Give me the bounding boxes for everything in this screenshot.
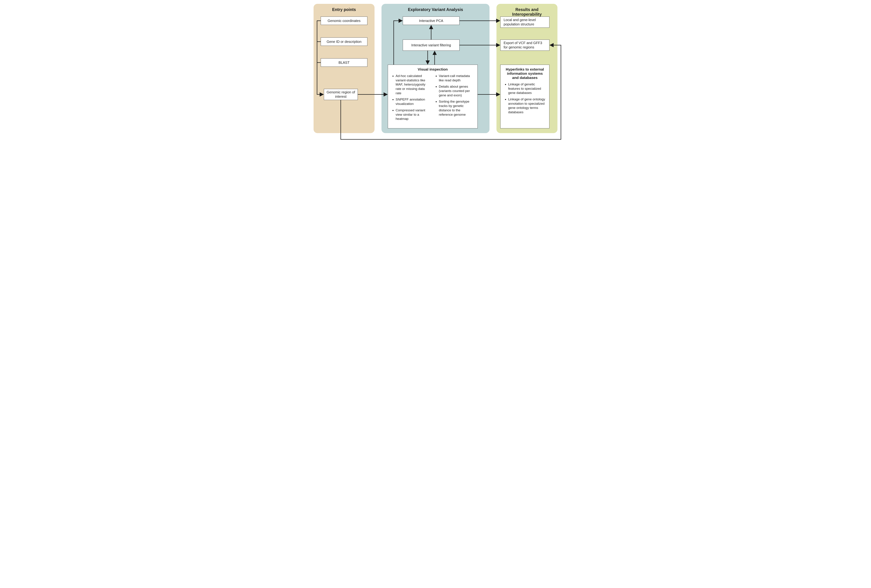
hyperlinks-list: Linkage of genetic features to specializ… <box>504 82 545 114</box>
visual-inspection-body: Ad-hoc calculated variant-statistics lik… <box>392 74 474 121</box>
box-interactive-pca: Interactive PCA <box>403 16 459 25</box>
label: Interactive PCA <box>419 19 443 23</box>
box-blast: BLAST <box>321 58 367 67</box>
label: Export of VCF and GFF3 for genomic regio… <box>504 41 547 49</box>
label: Local and gene-level population structur… <box>504 18 547 27</box>
column-results-title: Results and Interoperability <box>501 7 553 17</box>
box-genomic-coords: Genomic coordinates <box>321 16 367 25</box>
list-item: Details about genes (variants counted pe… <box>439 84 474 97</box>
box-population-structure: Local and gene-level population structur… <box>500 16 549 28</box>
visual-right-list: Variant-call metadata like read depth De… <box>435 74 474 117</box>
box-genomic-region: Genomic region of interest <box>324 89 358 100</box>
list-item: Variant-call metadata like read depth <box>439 74 474 82</box>
column-analysis-title: Exploratory Variant Analysis <box>386 7 485 12</box>
flow-diagram: Entry points Exploratory Variant Analysi… <box>307 0 564 145</box>
label: BLAST <box>338 60 349 65</box>
column-entry-title: Entry points <box>318 7 370 12</box>
label: Genomic region of interest <box>326 90 356 99</box>
label: Interactive variant filtering <box>411 43 451 47</box>
label: Genomic coordinates <box>328 19 361 23</box>
box-gene-id: Gene ID or description <box>321 37 367 46</box>
box-visual-inspection: Visual inspection Ad-hoc calculated vari… <box>388 64 477 129</box>
label: Gene ID or description <box>327 40 361 44</box>
list-item: SNPEFF annotation visualization <box>396 97 431 106</box>
list-item: Compressed variant view similar to a hea… <box>396 108 431 121</box>
list-item: Linkage of genetic features to specializ… <box>508 82 545 95</box>
hyperlinks-title: Hyperlinks to external information syste… <box>504 67 545 80</box>
box-hyperlinks: Hyperlinks to external information syste… <box>500 64 549 129</box>
list-item: Sorting the genotype tracks by genetic d… <box>439 99 474 117</box>
list-item: Ad-hoc calculated variant-statistics lik… <box>396 74 431 95</box>
list-item: Linkage of gene ontology annotation to s… <box>508 97 545 114</box>
box-export: Export of VCF and GFF3 for genomic regio… <box>500 40 549 51</box>
visual-left-list: Ad-hoc calculated variant-statistics lik… <box>392 74 431 121</box>
box-variant-filtering: Interactive variant filtering <box>403 40 459 51</box>
visual-inspection-title: Visual inspection <box>392 67 474 72</box>
